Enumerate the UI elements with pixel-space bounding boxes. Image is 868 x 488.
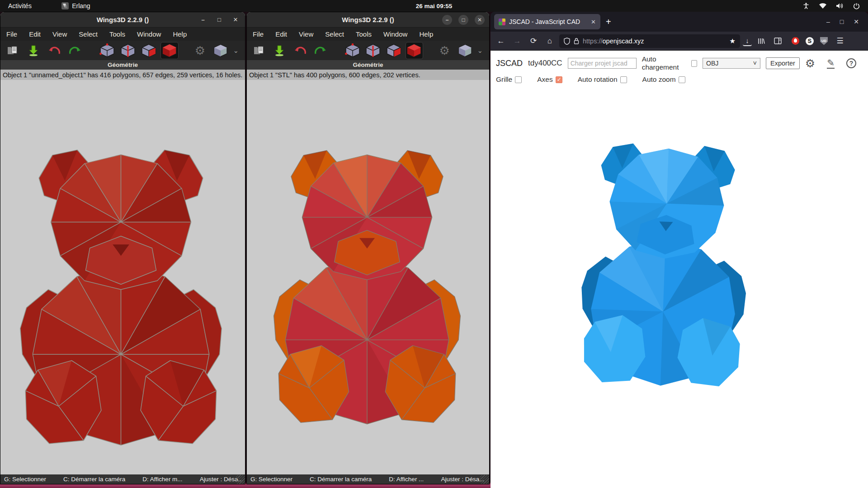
auto-zoom-checkbox[interactable] xyxy=(679,76,685,83)
extension-ublock-icon[interactable]: UD xyxy=(820,37,828,45)
menu-select[interactable]: Select xyxy=(319,30,350,38)
focused-app-menu[interactable]: Erlang xyxy=(61,2,90,9)
menu-edit[interactable]: Edit xyxy=(23,30,47,38)
body-select-icon[interactable] xyxy=(161,42,178,59)
grid-checkbox[interactable] xyxy=(515,76,522,83)
menu-tools[interactable]: Tools xyxy=(350,30,377,38)
undo-icon[interactable] xyxy=(46,42,63,59)
resize-grip[interactable] xyxy=(236,475,245,484)
axes-checkbox[interactable] xyxy=(556,76,562,83)
geometry-tab[interactable]: Géométrie xyxy=(247,60,489,70)
erlang-app-icon xyxy=(61,2,69,9)
reload-icon[interactable]: ⟳ xyxy=(527,34,540,48)
menu-view[interactable]: View xyxy=(47,30,73,38)
system-tray[interactable] xyxy=(802,2,868,9)
maximize-button[interactable]: □ xyxy=(840,18,844,25)
auto-rotation-label[interactable]: Auto rotation xyxy=(578,75,627,84)
menu-help[interactable]: Help xyxy=(413,30,439,38)
window-titlebar[interactable]: Wings3D 2.2.9 () – □ ✕ xyxy=(0,12,245,28)
menu-hamburger-icon[interactable]: ☰ xyxy=(833,34,847,48)
grid-label[interactable]: Grille xyxy=(496,75,522,84)
edge-select-icon[interactable] xyxy=(119,42,137,59)
activities-button[interactable]: Activités xyxy=(0,2,40,9)
viewport-3d[interactable] xyxy=(247,80,489,474)
gear-icon[interactable]: ⚙ xyxy=(436,42,453,59)
import-icon[interactable] xyxy=(25,42,42,59)
gear-icon[interactable]: ⚙ xyxy=(805,57,815,70)
gnome-top-bar: Activités Erlang 26 mai 09:55 xyxy=(0,0,868,12)
download-icon[interactable]: ↓ xyxy=(743,36,752,46)
chevron-down-icon[interactable]: ⌄ xyxy=(477,47,486,55)
menu-help[interactable]: Help xyxy=(167,30,193,38)
library-icon[interactable] xyxy=(755,34,768,48)
menu-view[interactable]: View xyxy=(293,30,319,38)
menu-tools[interactable]: Tools xyxy=(104,30,131,38)
auto-load-checkbox[interactable] xyxy=(691,60,697,67)
auto-load-label[interactable]: Auto chargement xyxy=(642,55,697,71)
vertex-select-icon[interactable] xyxy=(99,42,116,59)
maximize-button[interactable]: □ xyxy=(458,15,468,25)
vertex-select-icon[interactable] xyxy=(344,42,361,59)
resize-grip[interactable] xyxy=(480,475,489,484)
forward-icon[interactable]: → xyxy=(510,34,524,48)
extension-s-icon[interactable]: S xyxy=(806,37,814,45)
jscad-3d-viewport[interactable] xyxy=(571,125,761,401)
url-bar[interactable]: https://openjscad.xyz ★ xyxy=(559,34,740,48)
redo-icon[interactable] xyxy=(66,42,84,59)
shield-icon[interactable] xyxy=(564,38,570,45)
close-button[interactable]: ✕ xyxy=(854,18,859,25)
view-cube-icon[interactable] xyxy=(212,42,229,59)
redo-icon[interactable] xyxy=(312,42,330,59)
menu-select[interactable]: Select xyxy=(73,30,104,38)
chevron-down-icon[interactable]: ⌄ xyxy=(233,47,241,55)
menu-file[interactable]: File xyxy=(0,30,23,38)
clock[interactable]: 26 mai 09:55 xyxy=(416,3,452,9)
menu-window[interactable]: Window xyxy=(131,30,167,38)
edge-select-icon[interactable] xyxy=(365,42,382,59)
minimize-button[interactable]: – xyxy=(198,15,208,25)
body-select-icon[interactable] xyxy=(406,42,423,59)
viewport-3d[interactable] xyxy=(0,80,245,474)
menu-file[interactable]: File xyxy=(247,30,269,38)
bookmark-star-icon[interactable]: ★ xyxy=(730,37,736,45)
export-button[interactable]: Exporter xyxy=(766,57,800,69)
maximize-button[interactable]: □ xyxy=(214,15,224,25)
undo-icon[interactable] xyxy=(292,42,309,59)
status-camera-hint: C: Démarrer la caméra xyxy=(63,476,125,483)
gear-icon[interactable]: ⚙ xyxy=(191,42,208,59)
open-file-icon[interactable] xyxy=(4,42,21,59)
tab-close-icon[interactable]: ✕ xyxy=(591,19,596,25)
face-select-icon[interactable] xyxy=(140,42,157,59)
browser-tab[interactable]: JSCAD - JavaScript CAD ✕ xyxy=(494,14,600,29)
auto-rotation-checkbox[interactable] xyxy=(620,76,627,83)
new-tab-button[interactable]: + xyxy=(606,17,611,27)
export-format-select[interactable]: OBJ˅ xyxy=(703,58,760,69)
close-button[interactable]: ✕ xyxy=(231,15,241,25)
face-select-icon[interactable] xyxy=(385,42,402,59)
menu-edit[interactable]: Edit xyxy=(269,30,293,38)
load-project-input[interactable] xyxy=(568,58,637,69)
open-file-icon[interactable] xyxy=(250,42,268,59)
back-icon[interactable]: ← xyxy=(494,34,508,48)
jscad-header-row1: JSCAD tdy400CC Auto chargement OBJ˅ Expo… xyxy=(491,51,868,72)
geometry-tab[interactable]: Géométrie xyxy=(0,60,245,70)
wings3d-window-1: Wings3D 2.2.9 () – □ ✕ File Edit View Se… xyxy=(0,12,245,484)
extension-red-icon[interactable] xyxy=(792,37,799,45)
axes-label[interactable]: Axes xyxy=(537,75,562,84)
teddy-model-stl-orange[interactable] xyxy=(261,105,473,460)
menu-window[interactable]: Window xyxy=(377,30,413,38)
minimize-button[interactable]: – xyxy=(826,18,830,25)
auto-zoom-label[interactable]: Auto zoom xyxy=(642,75,685,84)
home-icon[interactable]: ⌂ xyxy=(543,34,557,48)
teddy-model-blue[interactable] xyxy=(566,122,764,399)
teddy-model-selected-red[interactable] xyxy=(7,122,235,463)
help-icon[interactable]: ? xyxy=(846,58,856,68)
view-cube-icon[interactable] xyxy=(457,42,474,59)
close-button[interactable]: ✕ xyxy=(475,15,485,25)
sidebar-icon[interactable] xyxy=(771,34,784,48)
import-icon[interactable] xyxy=(271,42,288,59)
minimize-button[interactable]: – xyxy=(442,15,452,25)
lock-icon[interactable] xyxy=(574,38,579,44)
edit-pencil-icon[interactable]: ✎ xyxy=(827,58,835,69)
window-titlebar[interactable]: Wings3D 2.2.9 () – □ ✕ xyxy=(247,12,489,28)
